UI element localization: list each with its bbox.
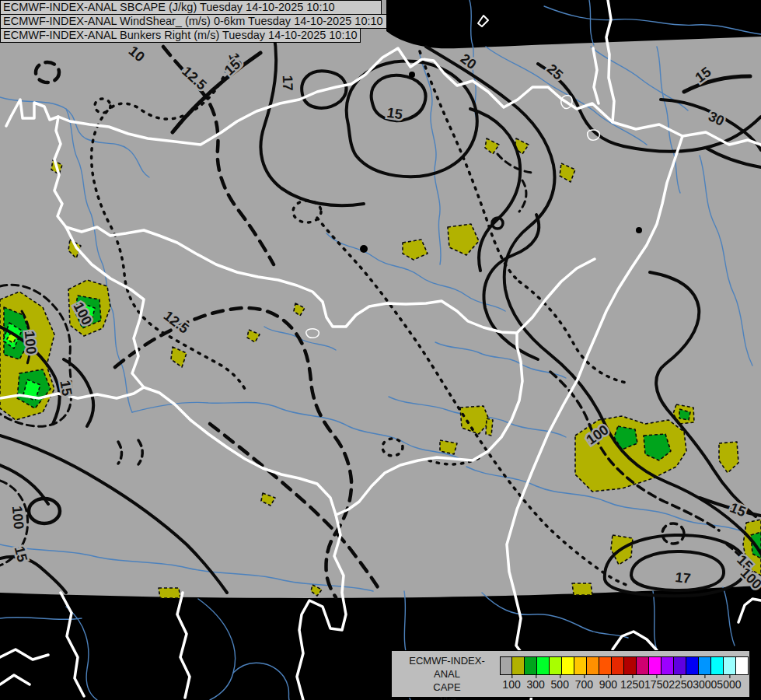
- legend-swatch: [736, 656, 749, 675]
- legend-tick-label: 1750: [644, 678, 668, 691]
- legend-swatch: [699, 656, 711, 675]
- legend-swatch: [574, 656, 587, 675]
- legend-swatch: [724, 656, 736, 675]
- legend-swatch: [674, 656, 686, 675]
- legend-swatch: [612, 656, 624, 675]
- title-bunkers-right: ECMWF-INDEX-ANAL Bunkers Right (m/s) Tue…: [0, 28, 361, 43]
- legend-tick-label: 900: [599, 678, 617, 691]
- legend-ticks: 10030050070090012501750225030005000: [500, 675, 750, 694]
- contour-label: 15: [57, 379, 75, 397]
- legend-tick-label: 100: [502, 678, 520, 691]
- legend-swatch: [649, 656, 662, 675]
- legend-tick-label: 5000: [717, 678, 741, 691]
- legend-tick-label: 700: [575, 678, 593, 691]
- legend-swatch: [537, 656, 550, 675]
- weather-map-screen: 101012.51517152025153012.510010015100151…: [0, 0, 761, 700]
- contour-label: 17: [675, 569, 692, 586]
- cape-legend: ECMWF-INDEX-ANAL CAPE J/kg 1003005007009…: [391, 650, 750, 698]
- contour-label: 17: [280, 75, 296, 91]
- contour-label: 100: [9, 506, 27, 530]
- title-windshear: ECMWF-INDEX-ANAL WindShear_ (m/s) 0-6km …: [0, 14, 387, 29]
- legend-product-label: ECMWF-INDEX-ANAL: [396, 654, 497, 681]
- legend-swatch: [587, 656, 599, 675]
- legend-swatch: [525, 656, 537, 675]
- legend-variable-label: CAPE: [396, 681, 497, 694]
- legend-swatch: [550, 656, 562, 675]
- legend-tick-label: 300: [526, 678, 544, 691]
- legend-swatch: [662, 656, 674, 675]
- legend-swatch: [637, 656, 649, 675]
- legend-tick-label: 1250: [620, 678, 644, 691]
- contour-label: 100: [22, 331, 40, 355]
- legend-swatch: [711, 656, 724, 675]
- legend-tick-label: 500: [551, 678, 569, 691]
- legend-color-bar: [500, 656, 749, 675]
- map-canvas: 101012.51517152025153012.510010015100151…: [0, 0, 761, 700]
- legend-swatch: [599, 656, 612, 675]
- legend-swatch: [562, 656, 574, 675]
- contour-label: 15: [386, 105, 404, 123]
- legend-swatch: [686, 656, 699, 675]
- legend-units-label: J/kg: [396, 694, 497, 700]
- legend-swatch: [624, 656, 637, 675]
- legend-tick-label: 2250: [668, 678, 693, 691]
- legend-swatch: [512, 656, 525, 675]
- title-sbcape: ECMWF-INDEX-ANAL SBCAPE (J/kg) Tuesday 1…: [0, 0, 382, 15]
- legend-tick-label: 3000: [693, 678, 717, 691]
- legend-swatch: [500, 656, 512, 675]
- legend-caption: ECMWF-INDEX-ANAL CAPE J/kg: [396, 654, 497, 700]
